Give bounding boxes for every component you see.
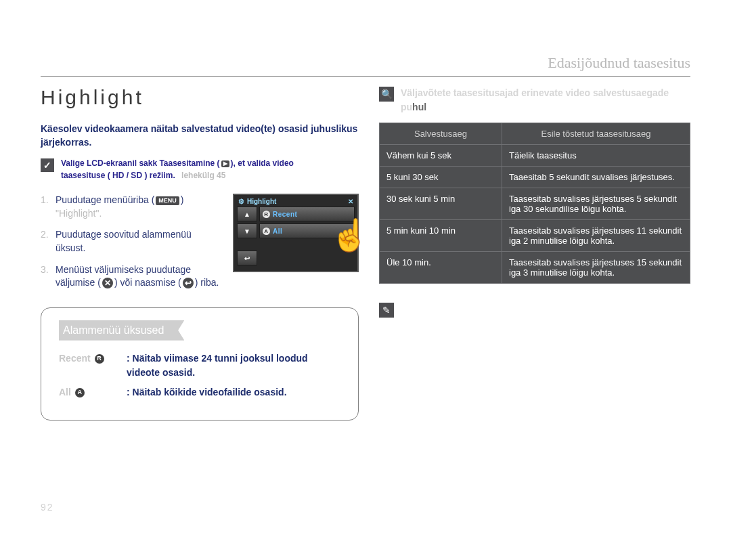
intro-text: Käesolev videokaamera näitab salvestatud… [41, 123, 359, 149]
screen-item-recent[interactable]: R Recent [259, 207, 355, 221]
menu-badge: MENU [156, 196, 179, 205]
step-list: 1. Puudutage menüüriba (MENU) "Highlight… [41, 194, 223, 298]
info-title: Väljavõtete taasesitusajad erinevate vid… [401, 86, 690, 114]
th-rec-time: Salvestusaeg [380, 123, 502, 145]
submenu-item-recent: Recent R : Näitab viimase 24 tunni jooks… [59, 351, 340, 380]
table-row: Üle 10 min.Taasesitab suvalises järjestu… [380, 252, 690, 284]
screen-item-all[interactable]: A All [259, 223, 355, 238]
gear-icon: ⚙ [238, 198, 244, 205]
precheck-text: Valige LCD-ekraanil sakk Taasesitamine (… [61, 157, 294, 181]
back-icon: ↩ [183, 278, 194, 288]
th-play-time: Esile tõstetud taasesitusaeg [502, 123, 690, 145]
precheck-icon: ✓ [41, 158, 54, 172]
device-screenshot: ⚙ Highlight ✕ ▲ R Recent [233, 194, 359, 298]
all-circle-icon: A [263, 228, 270, 235]
screen-down-button[interactable]: ▼ [237, 223, 257, 238]
close-icon: ✕ [102, 278, 113, 288]
left-column: Highlight Käesolev videokaamera näitab s… [41, 86, 359, 421]
table-row: 5 kuni 30 sekTaaesitab 5 sekundit suvali… [380, 167, 690, 188]
section-title: Highlight [41, 86, 359, 109]
magnifier-icon: 🔍 [379, 87, 394, 102]
table-row: Vähem kui 5 sekTäielik taasesitus [380, 145, 690, 167]
screen-page-count: 1/1 [237, 240, 355, 249]
precheck-block: ✓ Valige LCD-ekraanil sakk Taasesitamine… [41, 157, 359, 181]
screen-close-icon: ✕ [348, 198, 353, 205]
screen-up-button[interactable]: ▲ [237, 207, 257, 221]
step-2: 2. Puudutage soovitud alammenüü üksust. [41, 228, 223, 255]
submenu-heading: Alammenüü üksused [59, 320, 184, 341]
recent-circle-icon: R [263, 211, 270, 218]
divider [41, 76, 690, 77]
breadcrumb: Edasijõudnud taasesitus [41, 54, 690, 76]
play-tab-icon: ▶ [221, 160, 229, 167]
page-number: 92 [41, 502, 54, 513]
playback-table: Salvestusaeg Esile tõstetud taasesitusae… [379, 123, 690, 284]
table-row: 5 min kuni 10 minTaasesitab suvalises jä… [380, 220, 690, 252]
note-icon: ✎ [379, 303, 394, 318]
submenu-panel: Alammenüü üksused Recent R : Näitab viim… [41, 307, 359, 421]
right-column: 🔍 Väljavõtete taasesitusajad erinevate v… [379, 86, 690, 318]
step-3: 3. Menüüst väljumiseks puudutage väljumi… [41, 263, 223, 290]
table-row: 30 sek kuni 5 minTaasesitab suvalises jä… [380, 188, 690, 220]
submenu-item-all: All A : Näitab kõikide videofailide osas… [59, 385, 340, 400]
all-icon: A [75, 388, 85, 397]
screen-back-button[interactable]: ↩ [237, 251, 257, 265]
recent-icon: R [95, 354, 104, 364]
screen-title: Highlight [247, 198, 276, 205]
step-1: 1. Puudutage menüüriba (MENU) "Highlight… [41, 194, 223, 220]
